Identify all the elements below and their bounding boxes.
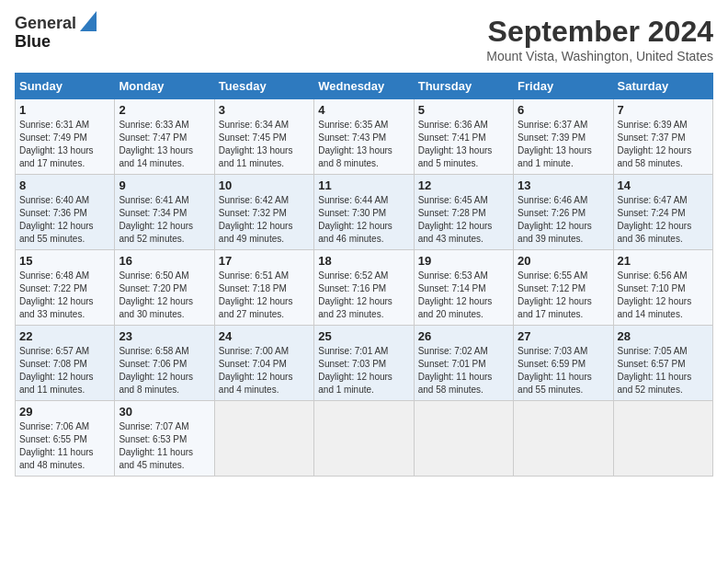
day-info: Sunrise: 7:07 AM Sunset: 6:53 PM Dayligh… [119, 420, 210, 472]
day-info: Sunrise: 6:57 AM Sunset: 7:08 PM Dayligh… [19, 345, 110, 396]
day-info: Sunrise: 6:51 AM Sunset: 7:18 PM Dayligh… [219, 270, 310, 321]
col-saturday: Saturday [613, 74, 712, 99]
title-section: September 2024 Mount Vista, Washington, … [486, 15, 713, 63]
day-info: Sunrise: 6:41 AM Sunset: 7:34 PM Dayligh… [119, 194, 210, 246]
table-row: 2Sunrise: 6:33 AM Sunset: 7:47 PM Daylig… [115, 99, 214, 175]
day-number: 29 [19, 405, 110, 419]
table-row: 21Sunrise: 6:56 AM Sunset: 7:10 PM Dayli… [613, 250, 712, 326]
day-info: Sunrise: 6:52 AM Sunset: 7:16 PM Dayligh… [318, 270, 409, 321]
calendar-header: Sunday Monday Tuesday Wednesday Thursday… [16, 74, 713, 99]
table-row: 18Sunrise: 6:52 AM Sunset: 7:16 PM Dayli… [314, 250, 414, 326]
main-title: September 2024 [486, 15, 713, 49]
table-row: 23Sunrise: 6:58 AM Sunset: 7:06 PM Dayli… [115, 326, 214, 401]
table-row: 27Sunrise: 7:03 AM Sunset: 6:59 PM Dayli… [514, 326, 613, 401]
day-number: 10 [219, 178, 310, 192]
day-number: 19 [418, 254, 509, 268]
subtitle: Mount Vista, Washington, United States [486, 49, 713, 63]
day-info: Sunrise: 7:06 AM Sunset: 6:55 PM Dayligh… [19, 420, 110, 472]
day-info: Sunrise: 6:56 AM Sunset: 7:10 PM Dayligh… [618, 270, 709, 321]
day-number: 14 [618, 178, 709, 192]
table-row: 6Sunrise: 6:37 AM Sunset: 7:39 PM Daylig… [514, 99, 613, 175]
day-info: Sunrise: 6:31 AM Sunset: 7:49 PM Dayligh… [19, 119, 110, 170]
table-row: 28Sunrise: 7:05 AM Sunset: 6:57 PM Dayli… [613, 326, 712, 401]
col-sunday: Sunday [16, 74, 115, 99]
table-row: 22Sunrise: 6:57 AM Sunset: 7:08 PM Dayli… [16, 326, 115, 401]
header-row: Sunday Monday Tuesday Wednesday Thursday… [16, 74, 713, 99]
table-row: 29Sunrise: 7:06 AM Sunset: 6:55 PM Dayli… [16, 401, 115, 477]
calendar-week-5: 29Sunrise: 7:06 AM Sunset: 6:55 PM Dayli… [16, 401, 713, 477]
day-number: 16 [119, 254, 210, 268]
table-row [514, 401, 613, 477]
day-number: 13 [518, 178, 609, 192]
day-number: 11 [318, 178, 409, 192]
day-number: 12 [418, 178, 509, 192]
day-number: 3 [219, 103, 310, 117]
table-row: 16Sunrise: 6:50 AM Sunset: 7:20 PM Dayli… [115, 250, 214, 326]
day-info: Sunrise: 6:53 AM Sunset: 7:14 PM Dayligh… [418, 270, 509, 321]
day-info: Sunrise: 6:37 AM Sunset: 7:39 PM Dayligh… [518, 119, 609, 170]
day-info: Sunrise: 6:40 AM Sunset: 7:36 PM Dayligh… [19, 194, 110, 246]
day-number: 6 [518, 103, 609, 117]
table-row: 9Sunrise: 6:41 AM Sunset: 7:34 PM Daylig… [115, 175, 214, 250]
calendar-week-1: 1Sunrise: 6:31 AM Sunset: 7:49 PM Daylig… [16, 99, 713, 175]
logo-triangle-icon [80, 11, 97, 31]
day-info: Sunrise: 6:39 AM Sunset: 7:37 PM Dayligh… [618, 119, 709, 170]
col-tuesday: Tuesday [214, 74, 313, 99]
table-row: 11Sunrise: 6:44 AM Sunset: 7:30 PM Dayli… [314, 175, 414, 250]
day-number: 18 [318, 254, 409, 268]
table-row [613, 401, 712, 477]
day-info: Sunrise: 6:44 AM Sunset: 7:30 PM Dayligh… [318, 194, 409, 246]
day-number: 15 [19, 254, 110, 268]
day-info: Sunrise: 6:42 AM Sunset: 7:32 PM Dayligh… [219, 194, 310, 246]
table-row: 24Sunrise: 7:00 AM Sunset: 7:04 PM Dayli… [214, 326, 313, 401]
day-info: Sunrise: 6:47 AM Sunset: 7:24 PM Dayligh… [618, 194, 709, 246]
day-info: Sunrise: 7:01 AM Sunset: 7:03 PM Dayligh… [318, 345, 409, 396]
day-info: Sunrise: 6:36 AM Sunset: 7:41 PM Dayligh… [418, 119, 509, 170]
day-info: Sunrise: 6:58 AM Sunset: 7:06 PM Dayligh… [119, 345, 210, 396]
col-wednesday: Wednesday [314, 74, 414, 99]
table-row: 19Sunrise: 6:53 AM Sunset: 7:14 PM Dayli… [414, 250, 513, 326]
day-number: 7 [618, 103, 709, 117]
day-info: Sunrise: 6:48 AM Sunset: 7:22 PM Dayligh… [19, 270, 110, 321]
logo-line2: Blue [15, 33, 76, 52]
day-number: 27 [518, 329, 609, 343]
table-row: 30Sunrise: 7:07 AM Sunset: 6:53 PM Dayli… [115, 401, 214, 477]
page-header: General Blue September 2024 Mount Vista,… [15, 15, 713, 63]
day-number: 5 [418, 103, 509, 117]
day-number: 28 [618, 329, 709, 343]
col-monday: Monday [115, 74, 214, 99]
table-row: 17Sunrise: 6:51 AM Sunset: 7:18 PM Dayli… [214, 250, 313, 326]
day-number: 20 [518, 254, 609, 268]
day-info: Sunrise: 7:05 AM Sunset: 6:57 PM Dayligh… [618, 345, 709, 396]
day-number: 17 [219, 254, 310, 268]
day-number: 24 [219, 329, 310, 343]
day-number: 9 [119, 178, 210, 192]
table-row: 8Sunrise: 6:40 AM Sunset: 7:36 PM Daylig… [16, 175, 115, 250]
day-info: Sunrise: 6:34 AM Sunset: 7:45 PM Dayligh… [219, 119, 310, 170]
table-row: 26Sunrise: 7:02 AM Sunset: 7:01 PM Dayli… [414, 326, 513, 401]
day-number: 23 [119, 329, 210, 343]
calendar-week-4: 22Sunrise: 6:57 AM Sunset: 7:08 PM Dayli… [16, 326, 713, 401]
table-row: 20Sunrise: 6:55 AM Sunset: 7:12 PM Dayli… [514, 250, 613, 326]
day-info: Sunrise: 7:03 AM Sunset: 6:59 PM Dayligh… [518, 345, 609, 396]
table-row: 3Sunrise: 6:34 AM Sunset: 7:45 PM Daylig… [214, 99, 313, 175]
day-number: 4 [318, 103, 409, 117]
day-info: Sunrise: 6:46 AM Sunset: 7:26 PM Dayligh… [518, 194, 609, 246]
day-info: Sunrise: 6:33 AM Sunset: 7:47 PM Dayligh… [119, 119, 210, 170]
day-number: 22 [19, 329, 110, 343]
day-number: 1 [19, 103, 110, 117]
day-info: Sunrise: 6:45 AM Sunset: 7:28 PM Dayligh… [418, 194, 509, 246]
table-row: 1Sunrise: 6:31 AM Sunset: 7:49 PM Daylig… [16, 99, 115, 175]
table-row: 5Sunrise: 6:36 AM Sunset: 7:41 PM Daylig… [414, 99, 513, 175]
day-number: 26 [418, 329, 509, 343]
day-info: Sunrise: 6:35 AM Sunset: 7:43 PM Dayligh… [318, 119, 409, 170]
day-number: 2 [119, 103, 210, 117]
day-info: Sunrise: 6:55 AM Sunset: 7:12 PM Dayligh… [518, 270, 609, 321]
table-row: 13Sunrise: 6:46 AM Sunset: 7:26 PM Dayli… [514, 175, 613, 250]
table-row [214, 401, 313, 477]
day-info: Sunrise: 7:02 AM Sunset: 7:01 PM Dayligh… [418, 345, 509, 396]
table-row: 10Sunrise: 6:42 AM Sunset: 7:32 PM Dayli… [214, 175, 313, 250]
day-number: 21 [618, 254, 709, 268]
day-number: 30 [119, 405, 210, 419]
table-row: 7Sunrise: 6:39 AM Sunset: 7:37 PM Daylig… [613, 99, 712, 175]
